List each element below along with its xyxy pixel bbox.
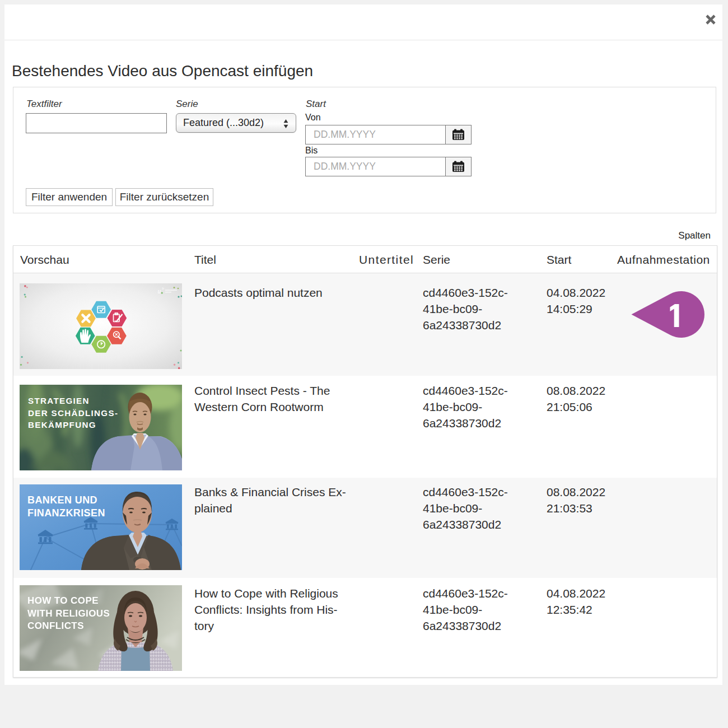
svg-text:BEKÄMPFUNG: BEKÄMPFUNG xyxy=(28,420,96,430)
svg-text:STRATEGIEN: STRATEGIEN xyxy=(28,396,90,405)
svg-text:HOW TO COPE: HOW TO COPE xyxy=(27,595,99,606)
svg-text:DER SCHÄDLINGS-: DER SCHÄDLINGS- xyxy=(28,408,118,418)
svg-text:WITH RELIGIOUS: WITH RELIGIOUS xyxy=(27,608,110,619)
svg-text:CONFLICTS: CONFLICTS xyxy=(27,620,84,631)
svg-text:FINANZKRISEN: FINANZKRISEN xyxy=(27,507,105,519)
svg-text:u: u xyxy=(158,288,161,295)
svg-text:b: b xyxy=(162,287,164,290)
svg-text:BANKEN UND: BANKEN UND xyxy=(27,494,97,506)
